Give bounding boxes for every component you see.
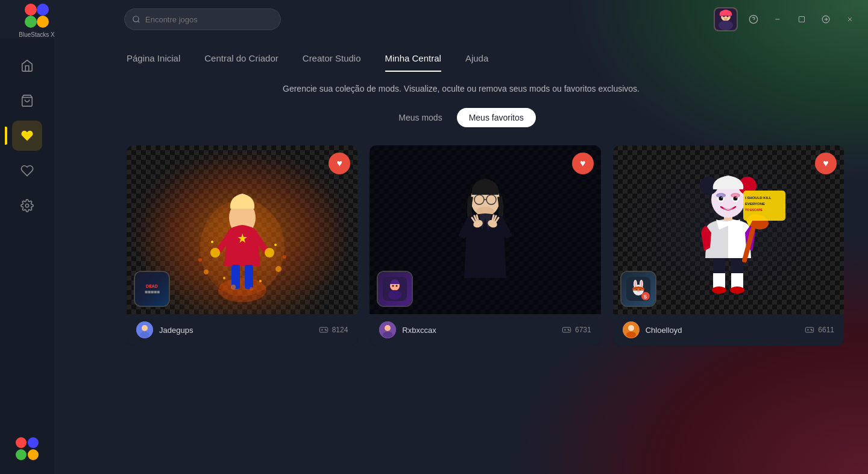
filter-my-mods[interactable]: Meus mods	[386, 108, 454, 127]
svg-point-1	[37, 4, 49, 16]
title-bar: BlueStacks X	[0, 0, 868, 39]
svg-point-69	[383, 332, 392, 338]
close-button[interactable]	[841, 11, 858, 28]
sidebar-item-favorites[interactable]	[12, 156, 42, 186]
help-button[interactable]	[745, 11, 762, 28]
game-icon-1: DEAD ◼◼◼◼◼	[134, 271, 170, 307]
svg-point-102	[634, 281, 636, 287]
svg-point-114	[811, 329, 811, 330]
filter-row: Meus mods Meus favoritos	[78, 108, 844, 127]
app-logo: BlueStacks X	[10, 1, 64, 38]
svg-point-89	[716, 193, 726, 198]
title-bar-controls	[714, 7, 858, 31]
svg-point-0	[25, 4, 37, 16]
card-footer-3: Chloelloyd 6611	[613, 314, 844, 346]
svg-point-34	[198, 258, 202, 262]
svg-text:EVERYONE: EVERYONE	[745, 202, 765, 206]
svg-line-5	[138, 21, 140, 23]
gamepad-icon-1	[319, 325, 329, 335]
sidebar-item-home[interactable]	[12, 51, 42, 81]
svg-point-36	[283, 255, 286, 259]
svg-point-31	[210, 248, 220, 258]
user-avatar[interactable]	[714, 7, 738, 31]
play-count-value-3: 6611	[818, 326, 834, 334]
svg-point-48	[326, 330, 326, 330]
svg-point-112	[626, 332, 636, 338]
sidebar-bottom	[14, 435, 40, 462]
svg-point-22	[28, 437, 39, 448]
creator-info-3: Chloelloyd	[623, 321, 682, 338]
gamepad-icon-2	[562, 325, 571, 335]
main-content: Página Inicial Central do Criador Creato…	[54, 39, 868, 474]
creator-info-1: Jadegups	[136, 321, 193, 338]
sidebar-item-store[interactable]	[12, 86, 42, 116]
svg-point-40	[274, 244, 277, 246]
creator-avatar-2	[379, 321, 396, 338]
search-input[interactable]	[145, 15, 273, 24]
tab-help[interactable]: Ajuda	[465, 53, 488, 72]
svg-point-21	[16, 437, 27, 448]
creator-name-1: Jadegups	[159, 326, 193, 335]
svg-rect-14	[799, 17, 805, 22]
sidebar-item-settings[interactable]	[12, 191, 42, 221]
svg-point-10	[727, 16, 729, 17]
content-area: Gerencie sua coleção de mods. Visualize,…	[78, 84, 844, 346]
svg-rect-93	[743, 191, 785, 221]
svg-point-111	[628, 325, 634, 331]
creator-info-2: Rxbxccax	[379, 321, 436, 338]
card-footer-2: Rxbxccax 6731	[370, 314, 600, 346]
creator-avatar-1	[136, 321, 153, 338]
svg-rect-74	[713, 257, 725, 273]
svg-point-39	[211, 241, 213, 243]
creator-name-2: Rxbxccax	[402, 326, 436, 335]
svg-point-90	[731, 193, 740, 198]
svg-point-78	[730, 286, 744, 294]
mod-card-2[interactable]: ♥	[370, 145, 600, 346]
svg-point-8	[719, 21, 733, 30]
tab-home[interactable]: Página Inicial	[127, 53, 180, 72]
svg-point-77	[712, 286, 726, 294]
svg-point-42	[259, 280, 262, 282]
svg-point-35	[275, 266, 281, 272]
tab-creator-hub[interactable]: Central do Criador	[204, 53, 278, 72]
svg-point-72	[568, 330, 569, 330]
card-image-2: ♥	[370, 145, 600, 314]
creator-avatar-3	[623, 321, 640, 338]
svg-point-37	[231, 285, 236, 289]
card-image-3: I SHOULD KILL EVERYONE TO ESCAPE ♥	[613, 145, 844, 314]
search-bar[interactable]	[124, 8, 281, 30]
creator-name-3: Chloelloyd	[646, 326, 682, 335]
mod-card-1[interactable]: ♥ DEAD ◼◼◼◼◼	[127, 145, 357, 346]
tab-my-hub[interactable]: Minha Central	[385, 53, 441, 72]
svg-point-2	[25, 16, 37, 28]
tab-creator-studio[interactable]: Creator Studio	[303, 53, 361, 72]
maximize-button[interactable]	[793, 11, 810, 28]
svg-text:5: 5	[644, 294, 647, 300]
nav-tabs: Página Inicial Central do Criador Creato…	[78, 39, 844, 72]
svg-point-66	[396, 285, 398, 287]
svg-text:I SHOULD KILL: I SHOULD KILL	[745, 196, 772, 200]
play-count-1: 8124	[319, 325, 348, 335]
avatar-image	[715, 8, 737, 30]
card-footer-1: Jadegups 8124	[127, 314, 357, 346]
filter-my-favorites[interactable]: Meus favoritos	[457, 108, 536, 127]
app-name: BlueStacks X	[19, 31, 54, 38]
page-description: Gerencie sua coleção de mods. Visualize,…	[78, 84, 844, 93]
play-count-2: 6731	[562, 325, 591, 335]
play-count-3: 6611	[805, 325, 834, 335]
svg-point-26	[218, 278, 266, 302]
sidebar-item-mods[interactable]	[12, 121, 42, 151]
svg-text:TO ESCAPE: TO ESCAPE	[745, 208, 763, 212]
mod-card-3[interactable]: I SHOULD KILL EVERYONE TO ESCAPE ♥	[613, 145, 844, 346]
navigate-button[interactable]	[817, 11, 834, 28]
minimize-button[interactable]	[769, 11, 786, 28]
play-count-value-2: 6731	[575, 326, 591, 334]
like-button-2[interactable]: ♥	[572, 153, 594, 174]
svg-point-115	[812, 330, 813, 330]
svg-line-61	[492, 215, 494, 220]
svg-point-103	[640, 281, 642, 287]
svg-rect-30	[245, 265, 253, 289]
svg-point-71	[568, 329, 568, 330]
svg-point-47	[325, 329, 326, 330]
like-button-3[interactable]: ♥	[815, 153, 837, 174]
